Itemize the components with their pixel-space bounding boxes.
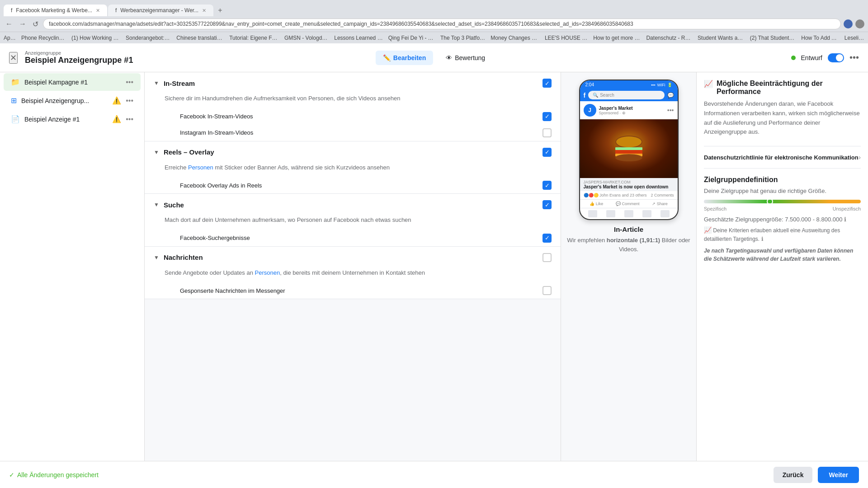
browser-tab-2[interactable]: f Werbeanzeigenmanager - Wer... ✕ [108,5,213,16]
messenger-icon-small: 💬 [667,92,674,99]
bookmark-17[interactable]: Leselifte [844,35,864,41]
ad-more-button[interactable]: ••• [126,115,133,123]
sidebar-item-ad[interactable]: 📄 Beispiel Anzeige #1 ⚠️ ••• [4,110,141,128]
browser-tab-1[interactable]: f Facebook Marketing & Werbe... ✕ [4,5,107,16]
info-icon-2[interactable]: ℹ [761,236,764,242]
bookmark-4[interactable]: Chinese translatio... [176,35,224,41]
ig-in-stream-checkbox[interactable] [542,128,552,137]
close-button[interactable]: ✕ [9,52,18,64]
bookmark-16[interactable]: How To Add A... [801,35,839,41]
app-footer: ✓ Alle Änderungen gespeichert Zurück Wei… [0,461,868,488]
fb-post-cta-text: Jasper's Market is now open downtown [584,184,674,189]
bookmark-apps[interactable]: Apps [4,35,16,41]
reload-button[interactable]: ↺ [31,18,40,30]
placement-header-nachrichten[interactable]: ▼ Nachrichten [145,247,561,268]
bookmark-8[interactable]: Qing Fei De Yi - Y... [388,35,435,41]
tab-close-2[interactable]: ✕ [202,8,206,14]
info-icon[interactable]: ℹ [844,216,846,223]
reels-link[interactable]: Personen [188,164,213,171]
bookmark-13[interactable]: Datenschutz - Re... [646,35,692,41]
suche-collapse-icon: ▼ [154,202,159,208]
weiter-button[interactable]: Weiter [818,467,859,483]
sidebar-item-adgroup-label: Beispiel Anzeigengrup... [21,97,108,104]
performance-panel-section: 📈 Mögliche Beeinträchtigung der Performa… [704,80,861,137]
bookmark-3[interactable]: Sonderangebot: i... [126,35,171,41]
zuruck-button[interactable]: Zurück [774,467,813,483]
nachrichten-link[interactable]: Personen [255,269,280,276]
bewertung-button[interactable]: 👁 Bewertung [439,51,492,65]
bookmark-9[interactable]: The Top 3 Platfor... [440,35,485,41]
bewertung-label: Bewertung [455,54,485,61]
more-options-button[interactable]: ••• [849,52,859,63]
zielgruppe-desc: Deine Zielgruppe hat genau die richtige … [704,188,861,194]
placement-header-suche[interactable]: ▼ Suche ✓ [145,194,561,216]
header-center-actions: ✏️ Bearbeiten 👁 Bewertung [376,51,492,65]
ad-icon: 📄 [11,115,20,123]
pencil-icon: ✏️ [383,54,391,61]
bearbeiten-button[interactable]: ✏️ Bearbeiten [376,51,433,65]
ad-warning-icon: ⚠️ [112,115,121,123]
panel-divider-2 [704,168,861,169]
fb-share-button[interactable]: ↗ Share [652,202,668,206]
datenschutz-collapsible[interactable]: Datenschutzrichtlinie für elektronische … [704,154,861,161]
fb-like-button[interactable]: 👍 Like [590,202,603,206]
bookmark-6[interactable]: GMSN - Vologds... [284,35,329,41]
tab-favicon-2: f [115,7,117,14]
fb-post-more-icon[interactable]: ••• [667,107,674,114]
reels-desc: Erreiche Personen mit Sticker oder Banne… [145,163,561,178]
performance-title: 📈 Mögliche Beeinträchtigung der Performa… [704,80,861,96]
fb-in-stream-checkbox[interactable]: ✓ [542,112,552,121]
fb-reactions-row: 🔵🔴🟡 John Evans and 23 others 2 Comments [580,191,678,199]
reels-checkbox[interactable]: ✓ [542,148,552,157]
tab-close-1[interactable]: ✕ [96,8,100,14]
bookmark-12[interactable]: How to get more v... [593,35,641,41]
fb-in-stream-text: Facebook In-Stream-Videos [180,113,538,120]
messenger-checkbox[interactable] [542,286,552,295]
adgroup-more-button[interactable]: ••• [126,97,133,105]
bookmark-1[interactable]: Phone Recycling... [21,35,66,41]
bookmark-10[interactable]: Money Changes E... [491,35,539,41]
audience-note-2: Je nach Targetingauswahl und verfügbaren… [704,247,861,263]
audience-bar-indicator [767,200,773,203]
bookmark-15[interactable]: (2) That Students... [750,35,796,41]
status-label: Entwurf [801,54,822,61]
placement-header-reels[interactable]: ▼ Reels – Overlay ✓ [145,141,561,163]
in-article-desc-highlight: horizontale (1,91:1) [607,237,660,244]
bookmark-14[interactable]: Student Wants an... [698,35,745,41]
bookmark-7[interactable]: Lessons Learned f... [334,35,383,41]
in-article-label: In-Article [614,225,643,233]
status-toggle[interactable] [828,53,844,62]
app-container: ✕ Anzeigengruppe Beispiel Anzeigengruppe… [0,43,868,488]
campaign-more-button[interactable]: ••• [126,78,133,86]
preview-area: 2:04 ▪▪▪ WiFi 🔋 f 🔍 Search 💬 [561,72,696,461]
placement-header-in-stream[interactable]: ▼ In-Stream ✓ [145,72,561,94]
fb-comment-button[interactable]: 💬 Comment [616,202,640,206]
fb-icon-1 [588,210,597,217]
new-tab-button[interactable]: + [214,5,226,16]
address-bar[interactable] [43,19,841,29]
placement-section-suche: ▼ Suche ✓ Mach dort auf dein Unternehmen… [145,194,561,247]
status-dot [791,56,796,60]
in-stream-checkbox[interactable]: ✓ [542,79,552,88]
bookmark-2[interactable]: (1) How Working a... [71,35,120,41]
right-panel: 📈 Mögliche Beeinträchtigung der Performa… [696,72,868,461]
bookmark-11[interactable]: LEE'S HOUSE -... [545,35,588,41]
suche-checkbox[interactable]: ✓ [542,200,552,209]
fb-logo: f [584,92,586,99]
fb-reels-checkbox[interactable]: ✓ [542,181,552,190]
extensions-icon [855,19,864,28]
ig-in-stream-item: Instagram In-Stream-Videos [145,125,561,141]
ig-in-stream-text: Instagram In-Stream-Videos [180,129,538,136]
checkmark-icon: ✓ [9,471,14,479]
fb-page-name: Jasper's Market [599,106,665,111]
panel-divider-1 [704,146,861,146]
fb-suche-checkbox[interactable]: ✓ [542,234,552,243]
forward-button[interactable]: → [17,18,28,30]
header-right: Entwurf ••• [791,52,859,63]
sidebar-item-adgroup[interactable]: ⊞ Beispiel Anzeigengrup... ⚠️ ••• [4,92,141,109]
datenschutz-chevron-icon: › [859,154,861,161]
bookmark-5[interactable]: Tutorial: Eigene Fa... [229,35,279,41]
back-button[interactable]: ← [4,18,14,30]
nachrichten-checkbox[interactable] [542,253,552,262]
sidebar-item-campaign[interactable]: 📁 Beispiel Kampagne #1 ••• [4,73,141,91]
